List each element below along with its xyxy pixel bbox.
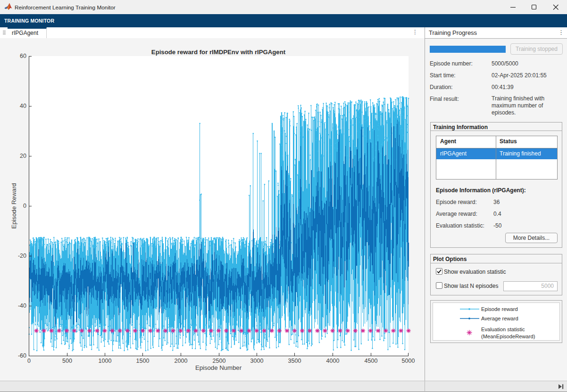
svg-text:Episode reward: Episode reward (481, 306, 518, 312)
svg-text:(MeanEpisodeReward): (MeanEpisodeReward) (481, 334, 535, 339)
svg-text:Average reward: Average reward (481, 316, 518, 321)
svg-text:Evaluation statistic: Evaluation statistic (481, 327, 525, 332)
